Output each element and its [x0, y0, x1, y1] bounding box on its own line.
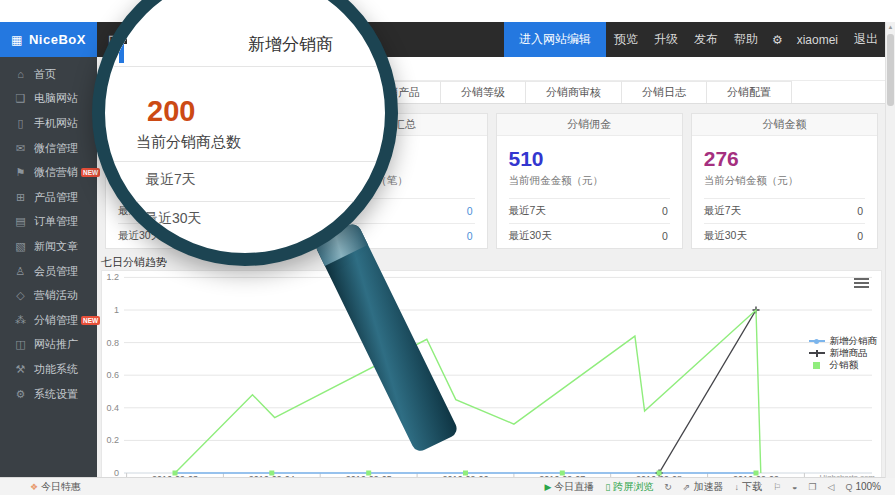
chart-plot: 00.20.40.60.811.22016-09-032016-09-04201… [102, 271, 881, 484]
sidebar-item-wechat-marketing[interactable]: ⚑ 微信营销 NEW [0, 160, 97, 185]
order-icon: ▤ [13, 215, 28, 228]
sidebar-item-member-manage[interactable]: ♙ 会员管理 [0, 259, 97, 284]
sidebar-item-wechat-manage[interactable]: ✉ 微信管理 [0, 136, 97, 161]
legend-item-distribution-amount[interactable]: 分销额 [809, 359, 878, 371]
booster[interactable]: ⇗ 加速器 [683, 480, 724, 494]
stat-row-label: 最近7天 [509, 204, 546, 218]
download-icon: ↓ [734, 482, 739, 492]
todays-deal[interactable]: ❖ 今日特惠 [0, 480, 81, 494]
upgrade-link[interactable]: 升级 [646, 31, 686, 48]
stat-row: 最近30天 0 [509, 223, 670, 248]
tag-icon: ◇ [13, 289, 28, 302]
tab-distribution-levels[interactable]: 分销等级 [441, 81, 526, 103]
grid-icon: ▦ [11, 34, 23, 46]
stat-row-value: 0 [855, 205, 863, 217]
toolbox-icon: ⚒ [13, 363, 28, 376]
help-link[interactable]: 帮助 [726, 31, 766, 48]
mobile-icon: ▯ [13, 117, 28, 130]
gear-icon[interactable]: ⚙ [766, 33, 789, 47]
scroll-up-arrow[interactable]: ▲ [886, 22, 895, 32]
stat-row: 最近7天 0 [704, 198, 865, 223]
tab-distribution-log[interactable]: 分销日志 [622, 81, 707, 103]
divider [105, 66, 385, 67]
sidebar-item-label: 产品管理 [34, 190, 78, 205]
stat-row-value: 0 [660, 230, 668, 242]
divider [105, 161, 385, 162]
compat-mode-button[interactable]: ◒ [792, 482, 797, 492]
sidebar-item-label: 微信管理 [34, 141, 78, 156]
news-icon: ▧ [13, 240, 28, 253]
sidebar-item-desktop-site[interactable]: ❑ 电脑网站 [0, 87, 97, 112]
magnifier-icon: Q [845, 482, 852, 492]
statusbar-right: ▶ 今日直播 ▯ 跨屏浏览 ↻ ⇗ 加速器 ↓ 下载 ⚐ ◒ [544, 480, 895, 494]
sidebar-item-home[interactable]: ⌂ 首页 [0, 62, 97, 87]
stat-card-value: 276 [704, 144, 865, 174]
sidebar-item-label: 新闻文章 [34, 239, 78, 254]
window-mode-button[interactable]: ❐ [808, 482, 816, 492]
legend-line-dot-marker [809, 340, 825, 342]
svg-text:1.2: 1.2 [106, 272, 119, 282]
legend-square-marker [813, 362, 820, 369]
sidebar-item-label: 营销活动 [34, 288, 78, 303]
new-badge: NEW [81, 316, 100, 325]
flag-button[interactable]: ⚐ [773, 482, 781, 492]
download[interactable]: ↓ 下载 [734, 480, 762, 494]
play-circle-icon: ▶ [544, 482, 551, 492]
stat-row: 最近30天 0 [704, 223, 865, 248]
username[interactable]: xiaomei [789, 33, 846, 47]
promotion-icon: ◫ [13, 338, 28, 351]
logout-link[interactable]: 退出 [846, 31, 886, 48]
magnified-stat-row-label: 最近7天 [146, 171, 196, 189]
sidebar-item-label: 分销管理 [34, 313, 78, 328]
sidebar-item-marketing-campaign[interactable]: ◇ 营销活动 [0, 283, 97, 308]
sidebar-item-label: 系统设置 [34, 387, 78, 402]
stat-card-title: 分销金额 [692, 114, 877, 136]
live-broadcast-label: 今日直播 [554, 480, 594, 494]
stat-row-label: 最近7天 [704, 204, 741, 218]
chart-menu-button[interactable] [854, 278, 869, 290]
product-icon: ⊞ [13, 191, 28, 204]
tab-distribution-config[interactable]: 分销配置 [707, 81, 792, 103]
svg-text:0.6: 0.6 [106, 370, 119, 380]
refresh-icon: ↻ [664, 482, 672, 492]
mute-button[interactable]: ◁ [827, 482, 834, 492]
compat-icon: ◒ [792, 482, 797, 492]
scrollbar[interactable]: ▲ [885, 22, 895, 478]
refresh-button[interactable]: ↻ [664, 482, 672, 492]
sidebar-item-mobile-site[interactable]: ▯ 手机网站 [0, 111, 97, 136]
zoom-level[interactable]: Q 100% [845, 481, 881, 492]
chart-legend: 新增分销商 新增商品 分销额 [809, 335, 878, 371]
screen: ▦ NiceBoX ⊡ 进入网站编辑 预览 升级 发布 帮助 ⚙ xiaomei… [0, 0, 895, 495]
stat-card-title: 分销佣金 [497, 114, 682, 136]
preview-link[interactable]: 预览 [606, 31, 646, 48]
sidebar-item-product-manage[interactable]: ⊞ 产品管理 [0, 185, 97, 210]
sidebar-item-site-promotion[interactable]: ◫ 网站推广 [0, 333, 97, 358]
stat-card-distribution-amount: 分销金额 276 当前分销金额（元） 最近7天 0 最近30天 0 [691, 113, 878, 249]
logo[interactable]: ▦ NiceBoX [0, 22, 97, 57]
enter-site-editor-button[interactable]: 进入网站编辑 [504, 22, 606, 57]
sidebar-item-system-settings[interactable]: ⚙ 系统设置 [0, 382, 97, 407]
sidebar-item-news-articles[interactable]: ▧ 新闻文章 [0, 234, 97, 259]
sidebar-item-order-manage[interactable]: ▤ 订单管理 [0, 210, 97, 235]
live-broadcast[interactable]: ▶ 今日直播 [544, 480, 594, 494]
sidebar-item-function-system[interactable]: ⚒ 功能系统 [0, 357, 97, 382]
topbar-right: 进入网站编辑 预览 升级 发布 帮助 ⚙ xiaomei 退出 [504, 22, 886, 57]
sidebar-item-label: 网站推广 [34, 337, 78, 352]
legend-item-new-distributors[interactable]: 新增分销商 [809, 335, 878, 347]
gift-icon: ❖ [30, 482, 38, 492]
publish-link[interactable]: 发布 [686, 31, 726, 48]
scrollbar-thumb[interactable] [887, 34, 894, 106]
stat-row-value-link[interactable]: 0 [465, 205, 473, 217]
distribution-icon: ⁂ [13, 314, 28, 327]
stat-row-label: 最近30天 [509, 229, 552, 243]
sidebar-item-label: 订单管理 [34, 214, 78, 229]
tab-distributor-review[interactable]: 分销商审核 [526, 81, 622, 103]
cross-screen-label: 跨屏浏览 [613, 480, 653, 494]
stat-row-value-link[interactable]: 0 [465, 230, 473, 242]
legend-item-new-products[interactable]: 新增商品 [809, 347, 878, 359]
stat-row: 最近7天 0 [509, 198, 670, 223]
sidebar-item-distribution-manage[interactable]: ⁂ 分销管理 NEW [0, 308, 97, 333]
stat-row-value: 0 [855, 230, 863, 242]
zoom-level-value: 100% [855, 481, 881, 492]
cross-screen-browse[interactable]: ▯ 跨屏浏览 [605, 480, 653, 494]
